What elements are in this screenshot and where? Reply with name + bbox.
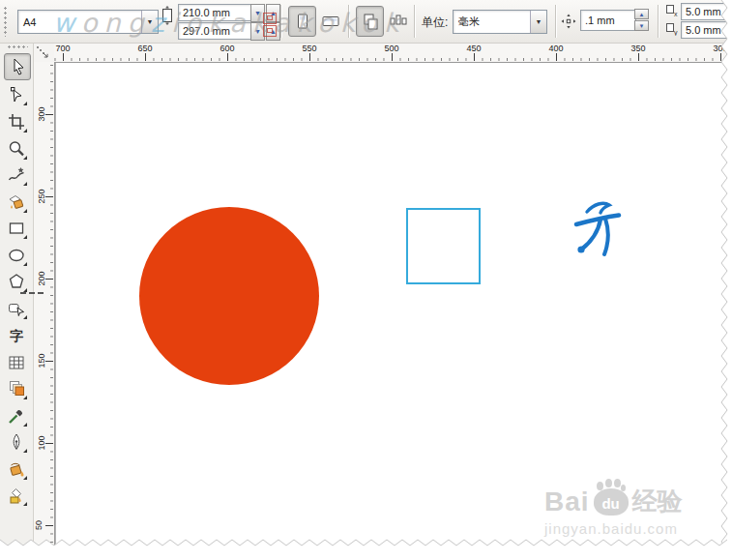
ruler-label: 200 (37, 271, 46, 285)
ruler-label: 650 (137, 44, 152, 53)
ruler-label: 450 (466, 44, 481, 53)
coreldraw-window: A4 ▼ 210.0 mm ▼ ▲ 297.0 mm ▼ ▲ (0, 0, 732, 560)
text-tool[interactable]: 字 (4, 323, 29, 348)
property-bar: A4 ▼ 210.0 mm ▼ ▲ 297.0 mm ▼ ▲ (0, 0, 732, 44)
ruler-label: 50 (34, 520, 44, 530)
page-width-field[interactable]: 210.0 mm (178, 4, 253, 21)
table-tool[interactable] (4, 350, 29, 375)
rectangle-icon (7, 219, 26, 238)
baidu-jingyan-watermark: Bai du 经验 jingyan.baidu.com (544, 485, 732, 537)
units-label: 单位: (422, 15, 448, 31)
ruler-label: 300 (713, 44, 727, 53)
smart-fill-bucket-icon (7, 192, 26, 212)
page-height-field[interactable]: 297.0 mm (178, 22, 253, 40)
landscape-page-icon (320, 11, 341, 30)
horizontal-ruler[interactable]: 700650600550500450400350300 (54, 43, 732, 63)
ellipse-icon (7, 246, 26, 265)
combo-dropdown-arrow-icon[interactable]: ▼ (141, 11, 158, 33)
pick-tool[interactable] (4, 53, 31, 80)
ruler-label: 400 (548, 44, 563, 53)
duplicate-distance-x-field[interactable]: 5.0 mm (681, 3, 732, 20)
duplicate-distance-y-field[interactable]: 5.0 mm (681, 21, 732, 39)
spin-up-icon[interactable]: ▲ (634, 9, 649, 19)
duplicate-distance-x-icon: x (665, 4, 679, 17)
ruler-label: 300 (37, 106, 46, 121)
svg-text:x: x (674, 11, 678, 17)
landscape-orientation-button[interactable] (317, 6, 343, 35)
shape-tool[interactable] (4, 82, 29, 107)
spin-down-icon[interactable]: ▼ (634, 20, 649, 31)
toolbox-drag-grip[interactable] (7, 44, 28, 49)
polygon-tool[interactable] (4, 269, 29, 294)
blend-tool[interactable] (4, 376, 29, 401)
ellipse-tool[interactable] (4, 243, 29, 268)
crop-icon (7, 112, 26, 132)
ruler-crosshair-icon (33, 43, 54, 62)
baidu-cn-text: 经验 (632, 485, 683, 518)
square-object[interactable] (406, 208, 481, 284)
ruler-guide-marker (20, 292, 44, 294)
rectangle-tool[interactable] (4, 216, 29, 241)
apply-all-pages-button[interactable] (356, 6, 384, 37)
ruler-label: 600 (220, 44, 234, 53)
pen-nib-icon (7, 432, 26, 452)
portrait-page-icon (293, 12, 312, 31)
eyedropper-icon (7, 406, 26, 426)
basic-shapes-tool[interactable] (4, 296, 29, 321)
page-dimensions-icon (161, 6, 174, 25)
nudge-offset-icon (561, 14, 576, 29)
text-tool-glyph: 字 (10, 329, 23, 342)
units-value: 毫米 (454, 15, 530, 29)
nudge-distance-value: .1 mm (585, 15, 615, 26)
ruler-label: 550 (302, 44, 316, 53)
fill-tool[interactable] (4, 457, 29, 482)
basic-shapes-icon (7, 299, 26, 318)
ruler-label: 100 (37, 435, 46, 450)
circle-object[interactable] (139, 207, 319, 385)
units-combo[interactable]: 毫米 ▼ (453, 10, 547, 34)
table-grid-icon (7, 353, 26, 372)
baidu-latin-text: Bai (544, 486, 590, 517)
stacked-pages-icon (361, 12, 380, 31)
blend-squares-icon (7, 379, 26, 398)
freehand-curve-icon (7, 165, 26, 185)
interactive-fill-icon (7, 486, 26, 505)
baidu-url-text: jingyan.baidu.com (544, 520, 732, 537)
magnifier-icon (7, 139, 26, 159)
nudge-distance-field[interactable]: .1 mm (580, 10, 636, 31)
toolbox: 字 (0, 43, 34, 560)
zoom-tool[interactable] (4, 136, 29, 162)
svg-text:y: y (674, 29, 678, 36)
ruler-label: 500 (384, 44, 398, 53)
eyedropper-tool[interactable] (4, 403, 29, 428)
page-size-preset-value: A4 (18, 16, 141, 28)
portrait-orientation-button[interactable] (288, 6, 316, 37)
shape-node-icon (7, 85, 26, 104)
ruler-major-ticks (54, 53, 732, 61)
polygon-icon (7, 272, 26, 291)
crop-tool[interactable] (4, 109, 29, 134)
outline-pen-tool[interactable] (4, 429, 29, 455)
interactive-fill-tool[interactable] (4, 483, 29, 508)
ruler-major-ticks (45, 62, 53, 560)
toolbar-drag-grip[interactable] (3, 6, 8, 37)
red-seal-watermark (263, 13, 280, 39)
combo-dropdown-arrow-icon[interactable]: ▼ (530, 11, 546, 33)
page-height-value: 297.0 mm (183, 25, 230, 37)
qi-character-object[interactable] (573, 199, 622, 259)
duplicate-distance-y-icon: y (665, 22, 679, 36)
ruler-origin-corner[interactable] (33, 43, 55, 63)
drawing-canvas[interactable]: Bai du 经验 jingyan.baidu.com (55, 61, 732, 560)
vertical-ruler[interactable]: 30025020015010050 (33, 62, 55, 560)
ruler-label: 350 (630, 44, 645, 53)
freehand-tool[interactable] (4, 162, 29, 188)
smart-fill-tool[interactable] (4, 190, 29, 215)
page-bars-icon (388, 11, 409, 30)
nudge-spinner: ▲ ▼ (634, 9, 649, 32)
page-size-preset-combo[interactable]: A4 ▼ (17, 10, 159, 34)
ruler-label: 250 (37, 189, 46, 203)
page-width-value: 210.0 mm (183, 7, 230, 18)
baidu-paw-icon: du (594, 488, 629, 516)
paint-bucket-icon (7, 459, 26, 479)
apply-current-page-button[interactable] (385, 6, 411, 35)
